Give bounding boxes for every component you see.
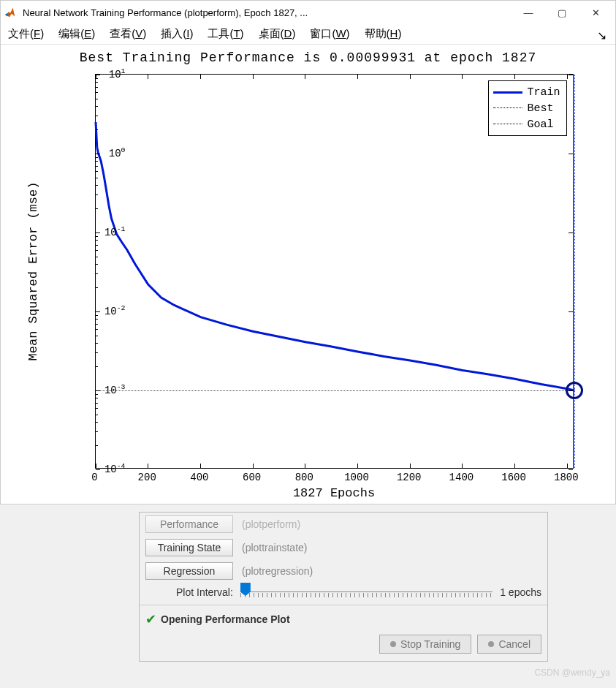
- best-vline: [574, 75, 575, 468]
- xtick-label: 1200: [397, 472, 422, 483]
- watermark: CSDN @wendy_ya: [534, 668, 610, 678]
- xtick-label: 200: [138, 472, 156, 483]
- check-icon: ✔: [145, 611, 156, 627]
- xtick-label: 0: [91, 472, 97, 483]
- cancel-button[interactable]: Cancel: [477, 635, 541, 654]
- close-button[interactable]: ✕: [579, 1, 612, 23]
- performance-hint: (plotperform): [242, 518, 300, 530]
- menu-help[interactable]: 帮助(H): [365, 27, 402, 41]
- stop-training-button[interactable]: Stop Training: [379, 635, 472, 654]
- menu-view[interactable]: 查看(V): [110, 27, 146, 41]
- ytick-label: 100: [85, 146, 126, 159]
- legend-goal: Goal: [527, 118, 553, 131]
- legend-best: Best: [527, 102, 553, 115]
- menubar: 文件(F) 编辑(E) 查看(V) 插入(I) 工具(T) 桌面(D) 窗口(W…: [1, 24, 615, 45]
- chart-title: Best Training Performance is 0.00099931 …: [9, 50, 608, 65]
- training-state-hint: (plottrainstate): [242, 542, 307, 553]
- legend[interactable]: Train Best Goal: [488, 80, 566, 136]
- menu-tools[interactable]: 工具(T): [208, 27, 243, 41]
- plot-wrap: Best Training Performance is 0.00099931 …: [1, 45, 615, 504]
- training-panel: Performance (plotperform) Training State…: [139, 512, 548, 662]
- titlebar[interactable]: Neural Network Training Performance (plo…: [1, 1, 615, 24]
- figure-window: Neural Network Training Performance (plo…: [0, 0, 616, 504]
- xtick-label: 1000: [344, 472, 369, 483]
- training-state-button[interactable]: Training State: [145, 539, 233, 556]
- plot-interval-value: 1 epochs: [500, 586, 541, 598]
- legend-train: Train: [527, 86, 560, 99]
- x-axis-label: 1827 Epochs: [95, 486, 574, 500]
- undock-icon[interactable]: ↘: [597, 29, 607, 42]
- xtick-label: 1600: [501, 472, 526, 483]
- menu-edit[interactable]: 编辑(E): [58, 27, 95, 41]
- menu-insert[interactable]: 插入(I): [161, 27, 193, 41]
- menu-desktop[interactable]: 桌面(D): [259, 27, 296, 41]
- ytick-label: 10-1: [85, 225, 126, 238]
- maximize-button[interactable]: ▢: [545, 1, 579, 23]
- performance-button[interactable]: Performance: [145, 515, 233, 533]
- xtick-label: 1400: [449, 472, 474, 483]
- plot-interval-label: Plot Interval:: [176, 586, 233, 598]
- ytick-label: 101: [85, 67, 126, 80]
- ytick-label: 10-3: [85, 383, 126, 396]
- minimize-button[interactable]: —: [512, 1, 545, 23]
- menu-file[interactable]: 文件(F): [8, 27, 44, 41]
- matlab-icon: [4, 6, 17, 19]
- regression-button[interactable]: Regression: [145, 562, 233, 580]
- xtick-label: 1800: [554, 472, 579, 483]
- xtick-label: 800: [295, 472, 313, 483]
- y-axis-label: Mean Squared Error (mse): [26, 74, 40, 469]
- window-title: Neural Network Training Performance (plo…: [23, 7, 512, 18]
- xtick-label: 600: [243, 472, 261, 483]
- ytick-label: 10-2: [85, 304, 126, 317]
- regression-hint: (plotregression): [242, 565, 313, 577]
- xtick-label: 400: [190, 472, 208, 483]
- status-text: Opening Performance Plot: [161, 613, 290, 625]
- plot-interval-slider[interactable]: [240, 586, 493, 599]
- menu-window[interactable]: 窗口(W): [310, 27, 349, 41]
- axes[interactable]: Train Best Goal: [95, 74, 574, 469]
